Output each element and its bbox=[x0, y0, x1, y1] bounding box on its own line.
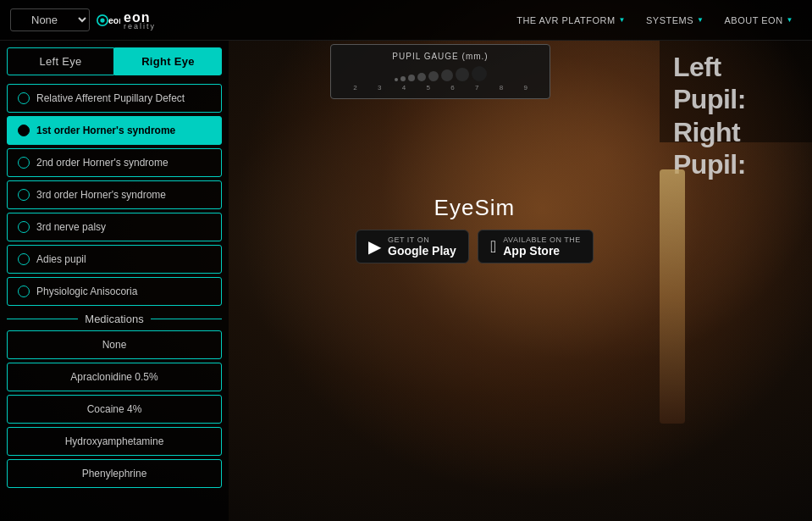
condition-btn-horner2[interactable]: 2nd order Horner's syndrome bbox=[7, 148, 222, 177]
condition-btn-physio[interactable]: Physiologic Anisocoria bbox=[7, 277, 222, 306]
google-play-get-it: GET IT ON bbox=[388, 236, 456, 244]
gauge-dot-2 bbox=[395, 78, 398, 81]
medication-btn-none[interactable]: None bbox=[7, 330, 222, 359]
gauge-num-4: 4 bbox=[392, 84, 417, 91]
logo-text-block: eon reality bbox=[124, 10, 156, 30]
condition-btn-horner1[interactable]: 1st order Horner's syndrome bbox=[7, 116, 222, 145]
radio-circle-horner1 bbox=[18, 125, 30, 136]
app-store-button[interactable]:  Available on the App Store bbox=[478, 230, 594, 263]
nav-chevron-icon: ▼ bbox=[697, 16, 704, 24]
gauge-dot-5 bbox=[417, 73, 426, 81]
medication-btn-apra[interactable]: Apraclonidine 0.5% bbox=[7, 363, 222, 391]
nav-label: THE AVR PLATFORM bbox=[516, 15, 615, 25]
nav-item-systems[interactable]: SYSTEMS▼ bbox=[638, 10, 713, 30]
nav-label: SYSTEMS bbox=[646, 15, 693, 25]
eye-toggle: Left Eye Right Eye bbox=[7, 47, 222, 75]
medications-divider: Medications bbox=[7, 313, 222, 325]
app-store-available: Available on the bbox=[503, 236, 581, 244]
condition-btn-adies[interactable]: Adies pupil bbox=[7, 245, 222, 274]
logo: eon eon reality bbox=[97, 10, 156, 30]
left-eye-button[interactable]: Left Eye bbox=[7, 47, 114, 75]
gauge-dot-6 bbox=[428, 71, 439, 81]
radio-circle-physio bbox=[18, 285, 30, 297]
header-left: None eon eon reality bbox=[0, 8, 156, 31]
apple-icon:  bbox=[490, 237, 496, 257]
gauge-dots-row bbox=[341, 66, 539, 81]
divider-line-right bbox=[151, 319, 222, 319]
store-buttons: ▶ GET IT ON Google Play  Available on t… bbox=[356, 230, 594, 263]
gauge-dot-7 bbox=[441, 69, 453, 81]
medication-btn-phenyl[interactable]: Phenylephrine bbox=[7, 459, 222, 488]
nav-chevron-icon: ▼ bbox=[787, 16, 793, 24]
right-eye-button[interactable]: Right Eye bbox=[114, 47, 222, 75]
header-nav: THE AVR PLATFORM▼SYSTEMS▼ABOUT EON▼ bbox=[508, 10, 812, 30]
radio-circle-rapd bbox=[18, 92, 30, 104]
gauge-num-9: 9 bbox=[513, 84, 538, 91]
nav-label: ABOUT EON bbox=[724, 15, 782, 25]
gauge-num-2: 2 bbox=[343, 84, 367, 91]
google-play-icon: ▶ bbox=[368, 236, 381, 257]
gauge-dot-8 bbox=[456, 68, 469, 81]
eyesim-title: EyeSim bbox=[356, 195, 594, 221]
google-play-name: Google Play bbox=[388, 244, 456, 258]
gauge-title: PUPIL GAUGE (mm.) bbox=[341, 52, 539, 61]
eyesim-overlay: EyeSim ▶ GET IT ON Google Play  Availab… bbox=[356, 195, 594, 263]
pupil-gauge: PUPIL GAUGE (mm.) 23456789 bbox=[330, 44, 550, 99]
svg-text:eon: eon bbox=[108, 14, 120, 25]
gauge-dot-3 bbox=[400, 76, 406, 81]
radio-circle-adies bbox=[18, 253, 30, 265]
right-pupil-label: Right Pupil: bbox=[673, 116, 798, 181]
light-instrument bbox=[660, 169, 685, 424]
header: None eon eon reality THE AVR PLATFORM▼SY… bbox=[0, 0, 812, 41]
condition-btn-horner3[interactable]: 3rd order Horner's syndrome bbox=[7, 180, 222, 209]
gauge-dot-4 bbox=[408, 75, 415, 81]
conditions-list: Relative Afferent Pupillary Defect1st or… bbox=[7, 84, 222, 306]
gauge-num-5: 5 bbox=[416, 84, 440, 91]
condition-label-physio: Physiologic Anisocoria bbox=[36, 285, 137, 297]
google-play-button[interactable]: ▶ GET IT ON Google Play bbox=[356, 230, 469, 263]
medication-btn-hydroxy[interactable]: Hydroxyamphetamine bbox=[7, 427, 222, 456]
condition-label-adies: Adies pupil bbox=[36, 253, 86, 265]
condition-label-horner2: 2nd order Horner's syndrome bbox=[36, 157, 168, 169]
condition-label-horner3: 3rd order Horner's syndrome bbox=[36, 189, 166, 201]
gauge-num-8: 8 bbox=[489, 84, 514, 91]
gauge-numbers-row: 23456789 bbox=[341, 81, 539, 91]
sidebar: Left Eye Right Eye Relative Afferent Pup… bbox=[0, 41, 229, 521]
nav-chevron-icon: ▼ bbox=[619, 16, 626, 24]
gauge-num-7: 7 bbox=[465, 84, 489, 91]
radio-circle-horner3 bbox=[18, 189, 30, 201]
gauge-dot-9 bbox=[472, 66, 487, 81]
app-store-name: App Store bbox=[503, 244, 581, 258]
none-select[interactable]: None bbox=[10, 8, 90, 31]
medications-list: NoneApraclonidine 0.5%Cocaine 4%Hydroxya… bbox=[7, 330, 222, 488]
condition-label-horner1: 1st order Horner's syndrome bbox=[36, 125, 175, 136]
radio-circle-nerve3 bbox=[18, 221, 30, 233]
left-pupil-label: Left Pupil: bbox=[673, 51, 798, 116]
condition-label-rapd: Relative Afferent Pupillary Defect bbox=[36, 92, 185, 104]
condition-btn-rapd[interactable]: Relative Afferent Pupillary Defect bbox=[7, 84, 222, 113]
medication-btn-cocaine[interactable]: Cocaine 4% bbox=[7, 395, 222, 424]
svg-point-1 bbox=[100, 18, 104, 22]
eon-logo-icon: eon bbox=[97, 12, 120, 29]
right-panel: Left Pupil: Right Pupil: bbox=[660, 41, 812, 142]
gauge-num-6: 6 bbox=[440, 84, 465, 91]
medications-label: Medications bbox=[85, 313, 143, 325]
google-play-text: GET IT ON Google Play bbox=[388, 236, 456, 258]
condition-label-nerve3: 3rd nerve palsy bbox=[36, 221, 106, 233]
condition-btn-nerve3[interactable]: 3rd nerve palsy bbox=[7, 213, 222, 241]
nav-item-the-avr-platform[interactable]: THE AVR PLATFORM▼ bbox=[508, 10, 634, 30]
logo-sub-text: reality bbox=[124, 22, 156, 30]
nav-item-about-eon[interactable]: ABOUT EON▼ bbox=[715, 10, 802, 30]
app-store-text: Available on the App Store bbox=[503, 236, 581, 258]
radio-circle-horner2 bbox=[18, 157, 30, 169]
gauge-num-3: 3 bbox=[367, 84, 392, 91]
divider-line-left bbox=[7, 319, 78, 319]
